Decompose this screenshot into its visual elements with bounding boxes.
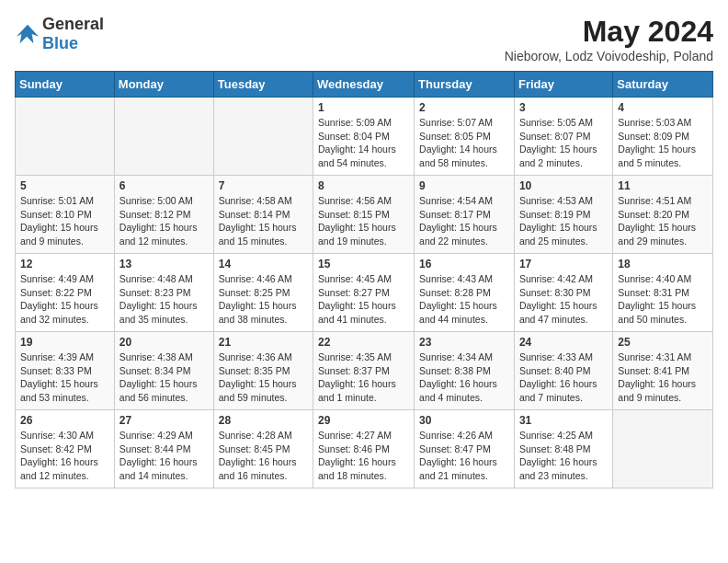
day-info: Sunrise: 4:42 AM Sunset: 8:30 PM Dayligh… (519, 272, 608, 327)
day-info: Sunrise: 4:29 AM Sunset: 8:44 PM Dayligh… (119, 429, 209, 483)
calendar-cell: 2Sunrise: 5:07 AM Sunset: 8:05 PM Daylig… (415, 98, 515, 176)
day-info: Sunrise: 5:01 AM Sunset: 8:10 PM Dayligh… (20, 194, 109, 248)
day-info: Sunrise: 4:51 AM Sunset: 8:20 PM Dayligh… (618, 194, 708, 248)
day-number: 21 (219, 336, 308, 349)
day-number: 9 (419, 179, 509, 192)
month-title: May 2024 (505, 15, 713, 49)
calendar-cell: 14Sunrise: 4:46 AM Sunset: 8:25 PM Dayli… (213, 254, 313, 332)
calendar-week-row: 1Sunrise: 5:09 AM Sunset: 8:04 PM Daylig… (16, 98, 713, 176)
calendar-cell: 4Sunrise: 5:03 AM Sunset: 8:09 PM Daylig… (613, 98, 713, 176)
day-number: 31 (519, 414, 608, 427)
location-text: Nieborow, Lodz Voivodeship, Poland (505, 49, 713, 63)
day-info: Sunrise: 4:43 AM Sunset: 8:28 PM Dayligh… (419, 272, 509, 327)
calendar-cell (613, 410, 713, 488)
calendar-cell: 24Sunrise: 4:33 AM Sunset: 8:40 PM Dayli… (514, 332, 612, 410)
day-info: Sunrise: 4:30 AM Sunset: 8:42 PM Dayligh… (20, 429, 109, 483)
day-info: Sunrise: 5:00 AM Sunset: 8:12 PM Dayligh… (119, 194, 209, 248)
calendar-cell: 5Sunrise: 5:01 AM Sunset: 8:10 PM Daylig… (16, 176, 115, 254)
col-header-friday: Friday (514, 72, 612, 98)
day-number: 16 (419, 258, 509, 270)
col-header-wednesday: Wednesday (313, 72, 415, 98)
day-number: 22 (318, 336, 409, 349)
day-info: Sunrise: 4:49 AM Sunset: 8:22 PM Dayligh… (20, 272, 109, 327)
calendar-cell: 7Sunrise: 4:58 AM Sunset: 8:14 PM Daylig… (213, 176, 313, 254)
day-number: 10 (519, 179, 608, 192)
day-number: 28 (219, 414, 308, 427)
calendar-cell: 25Sunrise: 4:31 AM Sunset: 8:41 PM Dayli… (613, 332, 713, 410)
day-info: Sunrise: 4:45 AM Sunset: 8:27 PM Dayligh… (318, 272, 409, 327)
calendar-cell: 1Sunrise: 5:09 AM Sunset: 8:04 PM Daylig… (313, 98, 415, 176)
day-number: 3 (519, 101, 608, 114)
calendar-cell: 23Sunrise: 4:34 AM Sunset: 8:38 PM Dayli… (415, 332, 515, 410)
day-info: Sunrise: 4:28 AM Sunset: 8:45 PM Dayligh… (219, 429, 308, 483)
calendar-week-row: 26Sunrise: 4:30 AM Sunset: 8:42 PM Dayli… (16, 410, 713, 488)
calendar-cell: 30Sunrise: 4:26 AM Sunset: 8:47 PM Dayli… (415, 410, 515, 488)
day-number: 11 (618, 179, 708, 192)
day-number: 4 (618, 101, 708, 114)
page-header: General Blue May 2024 Nieborow, Lodz Voi… (15, 15, 713, 63)
day-number: 6 (119, 179, 209, 192)
day-number: 30 (419, 414, 509, 427)
day-info: Sunrise: 4:34 AM Sunset: 8:38 PM Dayligh… (419, 350, 509, 405)
day-number: 20 (119, 336, 209, 349)
logo-bird-icon (15, 21, 40, 47)
day-info: Sunrise: 4:25 AM Sunset: 8:48 PM Dayligh… (519, 429, 608, 483)
logo-general-text: General (42, 15, 104, 33)
day-info: Sunrise: 4:39 AM Sunset: 8:33 PM Dayligh… (20, 350, 109, 405)
day-number: 25 (618, 336, 708, 349)
calendar-week-row: 19Sunrise: 4:39 AM Sunset: 8:33 PM Dayli… (16, 332, 713, 410)
calendar-cell: 21Sunrise: 4:36 AM Sunset: 8:35 PM Dayli… (213, 332, 313, 410)
day-info: Sunrise: 4:35 AM Sunset: 8:37 PM Dayligh… (318, 350, 409, 405)
col-header-sunday: Sunday (16, 72, 115, 98)
calendar-cell: 3Sunrise: 5:05 AM Sunset: 8:07 PM Daylig… (514, 98, 612, 176)
day-number: 13 (119, 258, 209, 270)
day-number: 23 (419, 336, 509, 349)
calendar-cell: 15Sunrise: 4:45 AM Sunset: 8:27 PM Dayli… (313, 254, 415, 332)
day-info: Sunrise: 4:36 AM Sunset: 8:35 PM Dayligh… (219, 350, 308, 405)
calendar-cell: 28Sunrise: 4:28 AM Sunset: 8:45 PM Dayli… (213, 410, 313, 488)
calendar-cell: 27Sunrise: 4:29 AM Sunset: 8:44 PM Dayli… (114, 410, 213, 488)
calendar-cell (114, 98, 213, 176)
day-number: 17 (519, 258, 608, 270)
calendar-header-row: SundayMondayTuesdayWednesdayThursdayFrid… (16, 72, 713, 98)
day-info: Sunrise: 4:53 AM Sunset: 8:19 PM Dayligh… (519, 194, 608, 248)
svg-marker-0 (17, 25, 39, 44)
col-header-tuesday: Tuesday (213, 72, 313, 98)
day-number: 5 (20, 179, 109, 192)
day-info: Sunrise: 5:07 AM Sunset: 8:05 PM Dayligh… (419, 116, 509, 170)
day-number: 27 (119, 414, 209, 427)
calendar-cell (16, 98, 115, 176)
day-number: 24 (519, 336, 608, 349)
calendar-cell: 20Sunrise: 4:38 AM Sunset: 8:34 PM Dayli… (114, 332, 213, 410)
col-header-thursday: Thursday (415, 72, 515, 98)
day-info: Sunrise: 4:38 AM Sunset: 8:34 PM Dayligh… (119, 350, 209, 405)
calendar-cell: 10Sunrise: 4:53 AM Sunset: 8:19 PM Dayli… (514, 176, 612, 254)
calendar-cell: 11Sunrise: 4:51 AM Sunset: 8:20 PM Dayli… (613, 176, 713, 254)
day-number: 8 (318, 179, 409, 192)
logo-blue-text: Blue (42, 34, 78, 52)
day-number: 26 (20, 414, 109, 427)
calendar-cell: 8Sunrise: 4:56 AM Sunset: 8:15 PM Daylig… (313, 176, 415, 254)
day-info: Sunrise: 4:26 AM Sunset: 8:47 PM Dayligh… (419, 429, 509, 483)
calendar-cell: 19Sunrise: 4:39 AM Sunset: 8:33 PM Dayli… (16, 332, 115, 410)
calendar-cell: 29Sunrise: 4:27 AM Sunset: 8:46 PM Dayli… (313, 410, 415, 488)
day-number: 12 (20, 258, 109, 270)
day-info: Sunrise: 5:03 AM Sunset: 8:09 PM Dayligh… (618, 116, 708, 170)
day-info: Sunrise: 4:33 AM Sunset: 8:40 PM Dayligh… (519, 350, 608, 405)
title-area: May 2024 Nieborow, Lodz Voivodeship, Pol… (505, 15, 713, 63)
day-info: Sunrise: 4:58 AM Sunset: 8:14 PM Dayligh… (219, 194, 308, 248)
calendar-table: SundayMondayTuesdayWednesdayThursdayFrid… (15, 71, 713, 488)
day-number: 2 (419, 101, 509, 114)
calendar-cell: 26Sunrise: 4:30 AM Sunset: 8:42 PM Dayli… (16, 410, 115, 488)
logo: General Blue (15, 15, 104, 53)
calendar-cell: 31Sunrise: 4:25 AM Sunset: 8:48 PM Dayli… (514, 410, 612, 488)
calendar-cell: 22Sunrise: 4:35 AM Sunset: 8:37 PM Dayli… (313, 332, 415, 410)
calendar-cell: 13Sunrise: 4:48 AM Sunset: 8:23 PM Dayli… (114, 254, 213, 332)
calendar-cell: 17Sunrise: 4:42 AM Sunset: 8:30 PM Dayli… (514, 254, 612, 332)
day-info: Sunrise: 5:09 AM Sunset: 8:04 PM Dayligh… (318, 116, 409, 170)
calendar-week-row: 12Sunrise: 4:49 AM Sunset: 8:22 PM Dayli… (16, 254, 713, 332)
calendar-cell (213, 98, 313, 176)
day-number: 15 (318, 258, 409, 270)
calendar-week-row: 5Sunrise: 5:01 AM Sunset: 8:10 PM Daylig… (16, 176, 713, 254)
day-info: Sunrise: 4:31 AM Sunset: 8:41 PM Dayligh… (618, 350, 708, 405)
